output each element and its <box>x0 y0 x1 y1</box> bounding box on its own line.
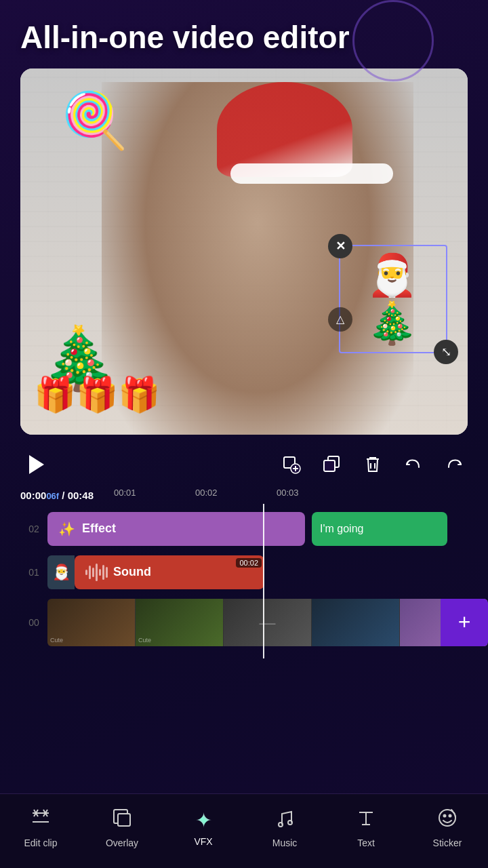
play-button[interactable] <box>20 450 50 479</box>
timeline-tracks: 02 ✨ Effect I'm going 01 🎅 <box>0 504 488 658</box>
track-02-num: 02 <box>20 524 47 534</box>
overlay-icon <box>111 807 133 833</box>
svg-point-13 <box>288 821 292 825</box>
time-labels: 00:01 00:02 00:03 <box>94 488 468 504</box>
going-label: I'm going <box>320 523 363 535</box>
edit-clip-label: Edit clip <box>24 837 57 848</box>
sticker-icon <box>436 807 458 833</box>
wave-bar <box>89 566 91 579</box>
track-01: 01 🎅 Sound 00:02 <box>20 553 488 592</box>
svg-rect-11 <box>118 814 130 826</box>
frame-label: Cute <box>50 637 63 644</box>
sticker-close-button[interactable]: ✕ <box>328 234 352 258</box>
sound-label: Sound <box>113 565 151 579</box>
undo-button[interactable] <box>400 451 427 478</box>
waveform <box>85 562 108 583</box>
svg-point-17 <box>439 810 455 826</box>
wave-bar <box>85 570 87 575</box>
edit-clip-icon <box>30 807 52 833</box>
timeline-area: 02 ✨ Effect I'm going 01 🎅 <box>0 504 488 658</box>
track-02-content[interactable]: ✨ Effect I'm going <box>47 512 488 546</box>
delete-button[interactable] <box>359 451 386 478</box>
svg-point-18 <box>444 815 446 817</box>
accent-circle <box>352 0 434 81</box>
video-strip[interactable]: Cute Cute — + <box>47 599 488 646</box>
music-icon <box>274 807 296 833</box>
time-label-1: 00:01 <box>114 488 136 498</box>
wave-bar <box>102 565 104 580</box>
going-track[interactable]: I'm going <box>312 512 447 546</box>
svg-rect-5 <box>324 460 335 471</box>
track-00: 00 Cute Cute — + <box>20 596 488 649</box>
wave-bar <box>106 567 108 578</box>
effect-track[interactable]: ✨ Effect <box>47 512 305 546</box>
effect-sparkle-icon: ✨ <box>58 521 75 537</box>
wave-bar <box>99 569 101 576</box>
track-01-content[interactable]: 🎅 Sound 00:02 <box>47 555 488 589</box>
sticker-label: Sticker <box>433 837 462 848</box>
sticker-thumbnail: 🎅 <box>47 555 75 589</box>
timeline-controls <box>0 441 488 488</box>
strip-frame-1: Cute <box>47 599 136 646</box>
header: All-in-one video editor <box>0 0 488 62</box>
duplicate-button[interactable] <box>319 451 346 478</box>
video-background: 🍭 🎄 🎁🎁🎁 ✕ 🎅🎄 △ ⤡ <box>20 68 468 435</box>
sound-time-badge: 00:02 <box>236 558 262 568</box>
nav-vfx[interactable]: ✦ VFX <box>176 808 230 847</box>
overlay-label: Overlay <box>106 837 138 848</box>
nav-music[interactable]: Music <box>258 807 312 848</box>
sticker-thumb-icon: 🎅 <box>52 564 70 581</box>
wave-bar <box>92 568 94 577</box>
video-preview: 🍭 🎄 🎁🎁🎁 ✕ 🎅🎄 △ ⤡ <box>20 68 468 435</box>
svg-point-12 <box>279 823 283 827</box>
time-label-2: 00:02 <box>195 488 218 498</box>
timeline-ruler: 00:0006f / 00:48 00:01 00:02 00:03 <box>0 488 488 504</box>
strip-frame-3: — <box>224 599 312 646</box>
vfx-icon: ✦ <box>195 808 212 832</box>
nav-sticker[interactable]: Sticker <box>420 807 474 848</box>
current-time: 00:0006f / 00:48 <box>20 490 94 501</box>
track-01-num: 01 <box>20 567 47 578</box>
sticker-resize-handle[interactable]: ⤡ <box>434 340 458 364</box>
add-clip-button[interactable] <box>278 451 305 478</box>
play-icon <box>29 455 44 474</box>
selected-sticker-box[interactable]: ✕ 🎅🎄 △ ⤡ <box>339 245 447 353</box>
track-02: 02 ✨ Effect I'm going <box>20 509 488 549</box>
gift-stickers[interactable]: 🎁🎁🎁 <box>34 375 160 414</box>
strip-frame-2: Cute <box>136 599 224 646</box>
nav-edit-clip[interactable]: Edit clip <box>14 807 68 848</box>
nav-text[interactable]: Text <box>339 807 393 848</box>
vfx-label: VFX <box>194 836 212 847</box>
text-label: Text <box>357 837 375 848</box>
redo-button[interactable] <box>441 451 468 478</box>
frame-label: Cute <box>138 637 151 644</box>
time-label-3: 00:03 <box>277 488 299 498</box>
sticker-rotate-handle[interactable]: △ <box>328 307 352 332</box>
bottom-navigation: Edit clip Overlay ✦ VFX Music <box>0 793 488 868</box>
frame-separator: — <box>224 599 311 646</box>
text-icon <box>355 807 377 833</box>
sticker-overlay: 🍭 🎄 🎁🎁🎁 ✕ 🎅🎄 △ ⤡ <box>20 68 468 435</box>
add-media-button[interactable]: + <box>441 599 488 646</box>
candy-cane-sticker[interactable]: 🍭 <box>61 89 129 153</box>
nav-overlay[interactable]: Overlay <box>95 807 149 848</box>
selected-sticker: 🎅🎄 <box>367 251 420 347</box>
effect-label: Effect <box>82 521 116 536</box>
music-label: Music <box>272 837 298 848</box>
sound-track[interactable]: Sound 00:02 <box>75 555 264 589</box>
svg-point-19 <box>449 815 451 817</box>
track-00-num: 00 <box>20 617 47 628</box>
strip-frame-4 <box>312 599 400 646</box>
track-00-content[interactable]: Cute Cute — + <box>47 599 488 646</box>
wave-bar <box>96 564 98 581</box>
